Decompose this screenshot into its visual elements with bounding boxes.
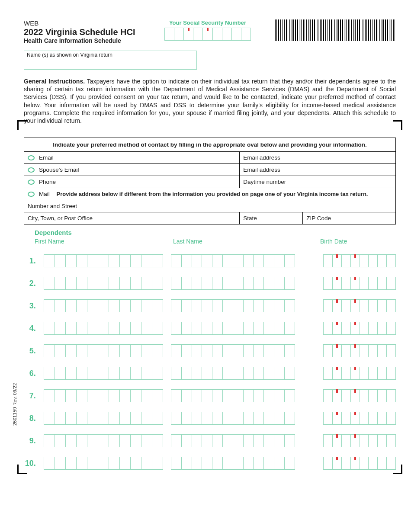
col-first-name: First Name bbox=[35, 238, 173, 245]
comb-input[interactable] bbox=[44, 344, 163, 357]
comb-input[interactable] bbox=[44, 389, 163, 402]
row-number: 3. bbox=[24, 301, 36, 311]
birthdate-input[interactable] bbox=[323, 344, 396, 357]
birthdate-input[interactable] bbox=[323, 457, 396, 470]
oval-icon bbox=[28, 167, 35, 173]
dependent-row: 6. bbox=[24, 367, 396, 380]
dependent-row: 8. bbox=[24, 412, 396, 425]
comb-input[interactable] bbox=[44, 434, 163, 447]
comb-input[interactable] bbox=[171, 367, 295, 380]
crop-mark-bl bbox=[17, 465, 27, 474]
comb-input[interactable] bbox=[171, 322, 295, 335]
row-number: 1. bbox=[24, 256, 36, 266]
name-input[interactable]: Name (s) as shown on Virginia return bbox=[24, 51, 197, 70]
general-instructions: General Instructions. Taxpayers have the… bbox=[24, 77, 396, 125]
phone-label: Phone bbox=[39, 179, 56, 185]
comb-input[interactable] bbox=[171, 389, 295, 402]
mail-note: Provide address below if different from … bbox=[51, 191, 368, 197]
comb-input[interactable] bbox=[44, 412, 163, 425]
comb-input[interactable] bbox=[171, 344, 295, 357]
col-birth-date: Birth Date bbox=[320, 238, 396, 245]
crop-mark-tl bbox=[17, 120, 27, 130]
row-number: 8. bbox=[24, 414, 36, 423]
col-last-name: Last Name bbox=[173, 238, 320, 245]
row-number: 9. bbox=[24, 436, 36, 445]
instructions-body: Taxpayers have the option to indicate on… bbox=[24, 78, 396, 124]
spouse-email-field[interactable]: Email address bbox=[240, 164, 396, 176]
row-number: 4. bbox=[24, 324, 36, 333]
ssn-label: Your Social Security Number bbox=[162, 19, 253, 26]
birthdate-input[interactable] bbox=[323, 412, 396, 425]
crop-mark-br bbox=[393, 465, 402, 474]
mail-label: Mail bbox=[39, 191, 50, 197]
comb-input[interactable] bbox=[44, 277, 163, 290]
name-label: Name (s) as shown on Virginia return bbox=[27, 52, 112, 58]
form-subtitle: Health Care Information Schedule bbox=[24, 37, 154, 44]
contact-option-phone[interactable]: Phone bbox=[24, 176, 240, 188]
dependent-row: 7. bbox=[24, 389, 396, 402]
contact-option-mail[interactable]: Mail Provide address below if different … bbox=[24, 188, 396, 200]
crop-mark-tr bbox=[393, 120, 402, 130]
comb-input[interactable] bbox=[171, 277, 295, 290]
contact-heading: Indicate your preferred method of contac… bbox=[24, 138, 396, 152]
state-field[interactable]: State bbox=[240, 212, 303, 224]
dependents-heading: Dependents bbox=[24, 229, 396, 236]
birthdate-input[interactable] bbox=[323, 299, 396, 312]
instructions-lead: General Instructions. bbox=[24, 78, 85, 85]
phone-field[interactable]: Daytime number bbox=[240, 176, 396, 188]
dependent-row: 10. bbox=[24, 457, 396, 470]
birthdate-input[interactable] bbox=[323, 434, 396, 447]
comb-input[interactable] bbox=[44, 367, 163, 380]
form-title: 2022 Virginia Schedule HCI bbox=[24, 27, 154, 37]
ssn-input[interactable] bbox=[164, 28, 251, 41]
comb-input[interactable] bbox=[171, 434, 295, 447]
comb-input[interactable] bbox=[171, 299, 295, 312]
email-label: Email bbox=[39, 154, 54, 161]
dependent-row: 4. bbox=[24, 322, 396, 335]
comb-input[interactable] bbox=[44, 299, 163, 312]
dependent-row: 2. bbox=[24, 277, 396, 290]
email-field[interactable]: Email address bbox=[240, 152, 396, 164]
oval-icon bbox=[28, 155, 35, 160]
birthdate-input[interactable] bbox=[323, 389, 396, 402]
oval-icon bbox=[28, 179, 35, 185]
comb-input[interactable] bbox=[44, 457, 163, 470]
contact-option-spouse-email[interactable]: Spouse's Email bbox=[24, 164, 240, 176]
dependent-row: 9. bbox=[24, 434, 396, 447]
web-label: WEB bbox=[24, 19, 154, 27]
birthdate-input[interactable] bbox=[323, 367, 396, 380]
zip-field[interactable]: ZIP Code bbox=[303, 212, 396, 224]
spouse-email-label: Spouse's Email bbox=[39, 167, 79, 173]
city-field[interactable]: City, Town, or Post Office bbox=[24, 212, 240, 224]
dependent-row: 3. bbox=[24, 299, 396, 312]
birthdate-input[interactable] bbox=[323, 254, 396, 267]
birthdate-input[interactable] bbox=[323, 322, 396, 335]
row-number: 5. bbox=[24, 346, 36, 356]
comb-input[interactable] bbox=[171, 254, 295, 267]
barcode bbox=[275, 19, 396, 41]
comb-input[interactable] bbox=[171, 412, 295, 425]
birthdate-input[interactable] bbox=[323, 277, 396, 290]
oval-icon bbox=[28, 192, 35, 197]
dependent-row: 1. bbox=[24, 254, 396, 267]
street-field[interactable]: Number and Street bbox=[24, 200, 396, 212]
row-number: 7. bbox=[24, 391, 36, 401]
comb-input[interactable] bbox=[44, 322, 163, 335]
contact-option-email[interactable]: Email bbox=[24, 152, 240, 164]
revision-text: 2601159 Rev. 09/22 bbox=[12, 383, 17, 426]
dependent-row: 5. bbox=[24, 344, 396, 357]
comb-input[interactable] bbox=[44, 254, 163, 267]
row-number: 2. bbox=[24, 279, 36, 288]
comb-input[interactable] bbox=[171, 457, 295, 470]
row-number: 6. bbox=[24, 369, 36, 378]
